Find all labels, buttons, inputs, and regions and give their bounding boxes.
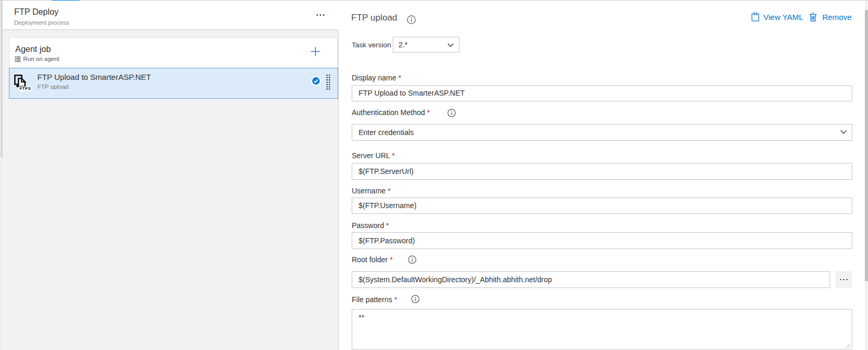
svg-text:FTPS: FTPS [19,86,31,91]
